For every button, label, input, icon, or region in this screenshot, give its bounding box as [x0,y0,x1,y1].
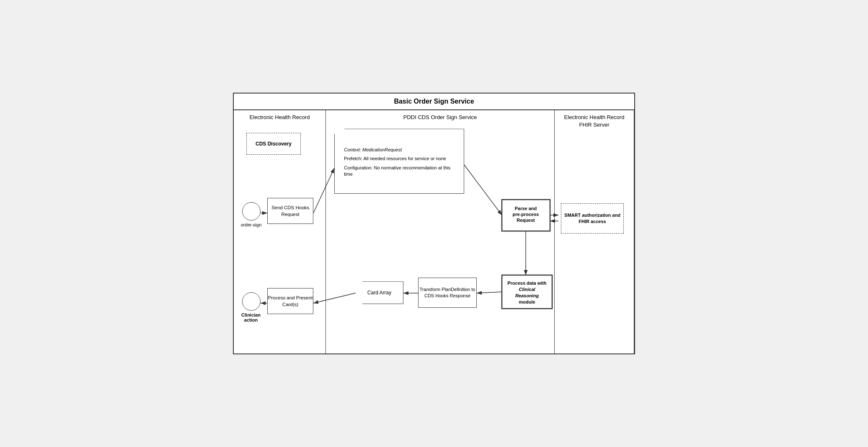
lane-pddi-title: PDDI CDS Order Sign Service [326,110,554,125]
lane-pddi: PDDI CDS Order Sign Service Context: Med… [326,110,555,353]
lane-fhir-content: SMART authorization and FHIR access [555,132,634,353]
lane-fhir-title: Electronic Health Record FHIR Server [555,110,634,132]
lane-fhir: Electronic Health Record FHIR Server SMA… [555,110,634,353]
prefetch-label: Prefetch: All needed resources for servi… [344,156,446,162]
lane-ehr-title: Electronic Health Record [234,110,326,125]
context-box-node: Context: MedicationRequest Prefetch: All… [334,129,464,194]
order-sign-label: order-sign [235,222,267,227]
send-cds-hooks-node: Send CDS Hooks Request [267,198,313,224]
clinician-circle [242,292,261,311]
lane-ehr-content: CDS Discovery order-sign Send CDS Hooks … [234,125,326,353]
lane-pddi-content: Context: MedicationRequest Prefetch: All… [326,125,554,353]
lane-ehr: Electronic Health Record CDS Discovery o… [234,110,326,353]
transform-node: Transform PlanDefinition to CDS Hooks Re… [418,278,477,308]
context-label: Context: MedicationRequest [344,147,402,153]
card-array-node: Card Array [355,281,403,304]
diagram-title: Basic Order Sign Service [234,94,634,110]
cds-discovery-node: CDS Discovery [246,133,301,155]
diagram-body: Electronic Health Record CDS Discovery o… [234,110,634,353]
process-present-node: Process and Present Card(s) [267,288,313,314]
order-sign-circle [242,202,261,221]
config-label: Configuration: No normative recommendati… [344,165,458,178]
diagram-wrapper: Basic Order Sign Service Electronic Heal… [233,93,635,354]
smart-auth-node: SMART authorization and FHIR access [561,203,624,234]
clinician-label: Clinician action [235,312,267,322]
